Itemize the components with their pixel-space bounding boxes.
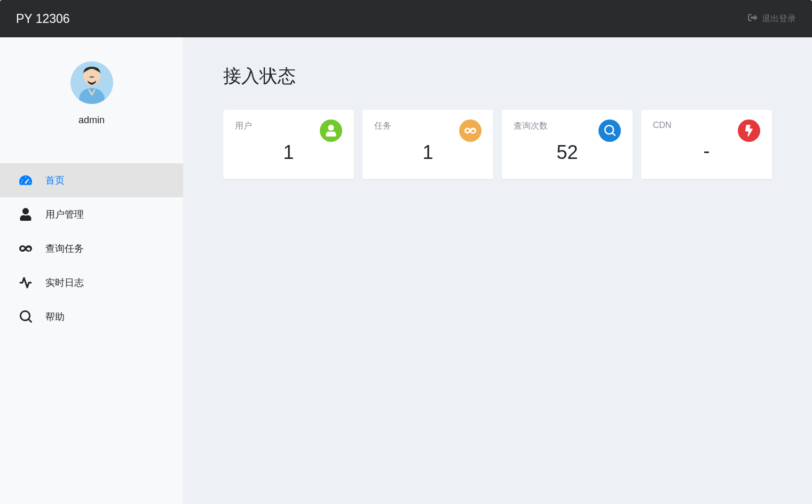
logout-icon bbox=[748, 13, 758, 25]
brand: PY 12306 bbox=[16, 12, 70, 26]
avatar bbox=[70, 61, 113, 104]
nav: 首页 用户管理 查询任务 实时日志 bbox=[0, 163, 183, 334]
container: admin 首页 用户管理 查询任务 bbox=[0, 37, 812, 504]
activity-icon bbox=[19, 276, 32, 289]
cards-row: 用户 1 任务 1 查询次数 52 CD bbox=[223, 110, 772, 179]
sidebar-item-label: 首页 bbox=[45, 174, 65, 187]
navbar: PY 12306 退出登录 bbox=[0, 0, 812, 37]
card-value: 52 bbox=[514, 141, 621, 164]
dashboard-icon bbox=[19, 174, 32, 187]
page-title: 接入状态 bbox=[223, 64, 772, 89]
sidebar-item-help[interactable]: 帮助 bbox=[0, 300, 183, 334]
search-icon bbox=[19, 310, 32, 323]
sidebar-item-label: 实时日志 bbox=[45, 276, 84, 289]
main: 接入状态 用户 1 任务 1 查询次数 52 bbox=[183, 37, 812, 504]
sidebar-item-label: 用户管理 bbox=[45, 208, 84, 221]
infinity-icon bbox=[19, 242, 32, 255]
sidebar-item-label: 查询任务 bbox=[45, 242, 84, 255]
sidebar-item-logs[interactable]: 实时日志 bbox=[0, 266, 183, 300]
card-queries[interactable]: 查询次数 52 bbox=[502, 110, 633, 179]
sidebar: admin 首页 用户管理 查询任务 bbox=[0, 37, 183, 504]
card-value: - bbox=[653, 140, 760, 162]
card-tasks[interactable]: 任务 1 bbox=[362, 110, 493, 179]
infinity-icon bbox=[459, 119, 482, 142]
logout-label: 退出登录 bbox=[762, 13, 796, 25]
card-cdn[interactable]: CDN - bbox=[641, 110, 772, 179]
card-value: 1 bbox=[374, 141, 482, 164]
search-icon bbox=[598, 119, 621, 142]
sidebar-item-users[interactable]: 用户管理 bbox=[0, 197, 183, 231]
user-icon bbox=[320, 119, 342, 142]
user-panel: admin bbox=[0, 51, 183, 142]
sidebar-item-home[interactable]: 首页 bbox=[0, 163, 183, 197]
user-icon bbox=[19, 208, 32, 221]
card-users[interactable]: 用户 1 bbox=[223, 110, 354, 179]
sidebar-item-tasks[interactable]: 查询任务 bbox=[0, 231, 183, 266]
logout-button[interactable]: 退出登录 bbox=[748, 13, 796, 25]
username: admin bbox=[0, 115, 183, 126]
bolt-icon bbox=[738, 119, 760, 142]
card-value: 1 bbox=[235, 141, 342, 164]
sidebar-item-label: 帮助 bbox=[45, 310, 65, 323]
